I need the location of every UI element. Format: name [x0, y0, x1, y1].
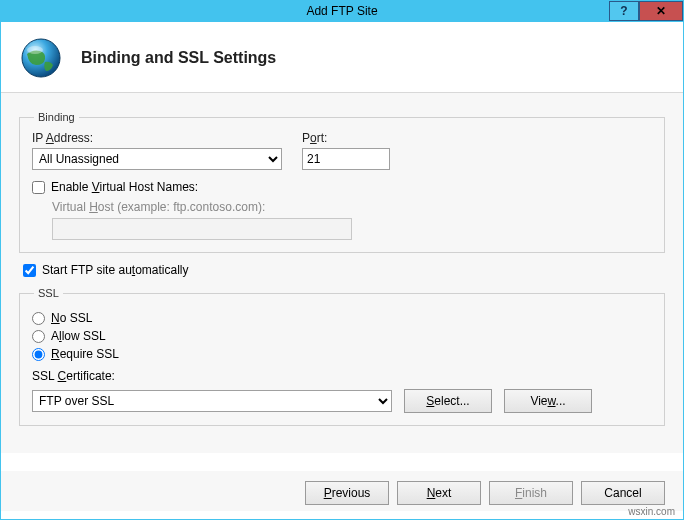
window-title: Add FTP Site [1, 4, 683, 18]
previous-button[interactable]: Previous [305, 481, 389, 505]
port-field: Port: [302, 131, 390, 170]
no-ssl-radio[interactable] [32, 312, 45, 325]
port-label: Port: [302, 131, 390, 145]
ip-address-label: IP Address: [32, 131, 282, 145]
cancel-button[interactable]: Cancel [581, 481, 665, 505]
no-ssl-row: No SSL [32, 311, 652, 325]
autostart-row: Start FTP site automatically [23, 263, 661, 277]
help-button[interactable]: ? [609, 1, 639, 21]
no-ssl-label: No SSL [51, 311, 92, 325]
enable-vhost-checkbox[interactable] [32, 181, 45, 194]
finish-button: Finish [489, 481, 573, 505]
port-input[interactable] [302, 148, 390, 170]
autostart-label: Start FTP site automatically [42, 263, 189, 277]
ssl-cert-combo[interactable]: FTP over SSL [32, 390, 392, 412]
next-button[interactable]: Next [397, 481, 481, 505]
titlebar: Add FTP Site ? ✕ [0, 0, 684, 22]
ip-address-combo[interactable]: All Unassigned [32, 148, 282, 170]
autostart-checkbox[interactable] [23, 264, 36, 277]
view-cert-button[interactable]: View... [504, 389, 592, 413]
ssl-cert-label: SSL Certificate: [32, 369, 652, 383]
require-ssl-label: Require SSL [51, 347, 119, 361]
binding-row: IP Address: All Unassigned Port: [32, 131, 652, 170]
ip-address-field: IP Address: All Unassigned [32, 131, 282, 170]
enable-vhost-label: Enable Virtual Host Names: [51, 180, 198, 194]
require-ssl-row: Require SSL [32, 347, 652, 361]
binding-group: Binding IP Address: All Unassigned Port:… [19, 111, 665, 253]
ssl-cert-row: FTP over SSL Select... View... [32, 389, 652, 413]
allow-ssl-row: Allow SSL [32, 329, 652, 343]
ssl-group: SSL No SSL Allow SSL Require SSL SSL Cer… [19, 287, 665, 426]
allow-ssl-radio[interactable] [32, 330, 45, 343]
wizard-header: Binding and SSL Settings [1, 22, 683, 93]
svg-point-1 [27, 46, 43, 54]
window-body: Binding and SSL Settings Binding IP Addr… [0, 22, 684, 520]
content-area: Binding IP Address: All Unassigned Port:… [1, 93, 683, 453]
vhost-label: Virtual Host (example: ftp.contoso.com): [52, 200, 652, 214]
select-cert-button[interactable]: Select... [404, 389, 492, 413]
vhost-block: Virtual Host (example: ftp.contoso.com): [52, 200, 652, 240]
vhost-input [52, 218, 352, 240]
wizard-footer: Previous Next Finish Cancel [1, 471, 683, 511]
watermark: wsxin.com [628, 506, 675, 517]
titlebar-buttons: ? ✕ [609, 1, 683, 21]
ssl-legend: SSL [34, 287, 63, 299]
enable-vhost-row: Enable Virtual Host Names: [32, 180, 652, 194]
page-title: Binding and SSL Settings [81, 49, 276, 67]
require-ssl-radio[interactable] [32, 348, 45, 361]
globe-icon [19, 36, 63, 80]
allow-ssl-label: Allow SSL [51, 329, 106, 343]
binding-legend: Binding [34, 111, 79, 123]
close-button[interactable]: ✕ [639, 1, 683, 21]
